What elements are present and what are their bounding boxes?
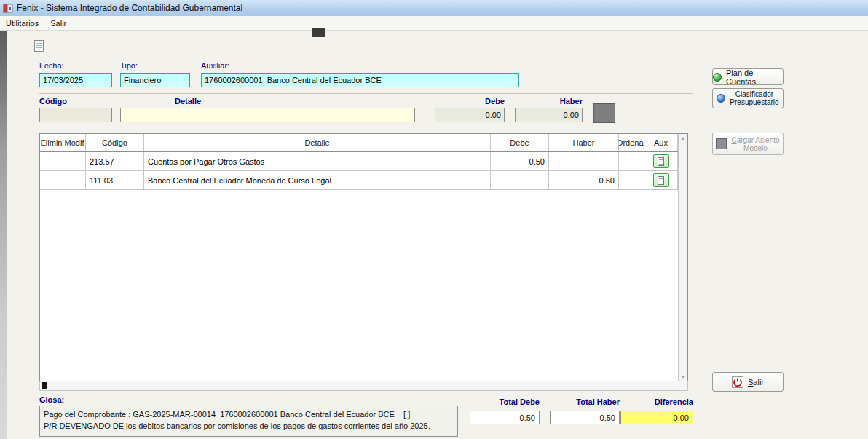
model-entry-icon [716, 138, 727, 149]
cell-debe [491, 171, 549, 189]
titlebar: Fenix - Sistema Integrado de Contabilida… [0, 0, 868, 16]
glosa-label: Glosa: [39, 395, 64, 404]
blue-sphere-icon [717, 94, 725, 103]
cell-codigo: 111.03 [86, 171, 144, 189]
cell-aux [644, 152, 678, 170]
glosa-line-2: P/R DEVENGADO DE los debitos bancarios p… [44, 420, 454, 432]
cargar-asiento-modelo-button[interactable]: Cargar Asiento Modelo [712, 133, 784, 155]
col-header-ordenar: Ordenar [619, 134, 644, 151]
glosa-line-1: Pago del Comprobante : GAS-2025-MAR-0001… [44, 408, 454, 420]
cell-elimin[interactable] [40, 171, 63, 189]
window-title: Fenix - Sistema Integrado de Contabilida… [17, 3, 242, 13]
table-vertical-scrollbar[interactable]: ▲ ▼ [678, 134, 687, 381]
table-horizontal-scrollbar[interactable] [39, 381, 688, 391]
detalle-label: Detalle [175, 97, 201, 106]
new-document-button[interactable] [31, 38, 47, 54]
document-icon [658, 176, 664, 185]
auxiliar-label: Auxiliar: [201, 61, 229, 70]
cell-ordenar[interactable] [619, 171, 644, 189]
haber-label: Haber [515, 97, 583, 106]
plan-de-cuentas-button[interactable]: Plan de Cuentas [712, 68, 784, 85]
document-icon [658, 157, 664, 166]
new-document-icon [34, 40, 44, 52]
cell-elimin[interactable] [40, 152, 63, 170]
diferencia-label: Diferencia [620, 398, 693, 406]
app-icon [3, 3, 13, 13]
cargar-asiento-label: Cargar Asiento Modelo [731, 136, 779, 152]
left-edge-strip [0, 31, 7, 439]
cell-aux [644, 171, 678, 189]
cell-haber: 0.50 [549, 171, 619, 189]
debe-input[interactable] [435, 108, 505, 122]
power-icon [732, 376, 743, 388]
menu-item-utilitarios[interactable]: Utilitarios [0, 17, 44, 30]
codigo-label: Código [39, 97, 67, 106]
aux-button[interactable] [653, 173, 669, 187]
cell-detalle: Cuentas por Pagar Otros Gastos [144, 152, 491, 170]
col-header-elimin: Elimin [40, 134, 63, 151]
salir-label: Salir [748, 378, 764, 387]
cell-codigo: 213.57 [86, 152, 144, 170]
aux-button[interactable] [653, 154, 669, 168]
cell-haber [549, 152, 619, 170]
detalle-input[interactable] [120, 108, 415, 122]
clasificador-label: Clasificador Presupuestario [730, 90, 778, 106]
entries-table: Elimin Modif Código Detalle Debe Haber O… [39, 133, 688, 381]
entries-grid: Elimin Modif Código Detalle Debe Haber O… [40, 134, 678, 190]
cell-ordenar[interactable] [619, 152, 644, 170]
col-header-haber: Haber [549, 134, 619, 151]
hscrollbar-thumb[interactable] [42, 382, 47, 389]
cell-debe: 0.50 [491, 152, 549, 170]
cell-modif[interactable] [63, 171, 86, 189]
cell-modif[interactable] [63, 152, 86, 170]
debe-label: Debe [435, 97, 505, 106]
tipo-label: Tipo: [120, 61, 138, 70]
app-window: Fenix - Sistema Integrado de Contabilida… [0, 0, 868, 439]
cell-detalle: Banco Central del Ecuador Moneda de Curs… [144, 171, 491, 189]
clasificador-presupuestario-button[interactable]: Clasificador Presupuestario [712, 88, 784, 108]
table-row[interactable]: 213.57 Cuentas por Pagar Otros Gastos 0.… [40, 152, 678, 171]
menubar: Utilitarios Salir [0, 16, 868, 31]
table-row[interactable]: 111.03 Banco Central del Ecuador Moneda … [40, 171, 678, 190]
total-haber-label: Total Haber [550, 398, 620, 406]
salir-button[interactable]: Salir [712, 372, 784, 392]
haber-input[interactable] [515, 108, 583, 122]
green-sphere-icon [713, 73, 722, 82]
total-haber-field: 0.50 [550, 411, 620, 424]
col-header-debe: Debe [491, 134, 549, 151]
total-debe-field: 0.50 [470, 411, 540, 424]
codigo-input[interactable] [39, 108, 112, 122]
col-header-detalle: Detalle [144, 134, 491, 151]
col-header-aux: Aux [644, 134, 678, 151]
col-header-codigo: Código [86, 134, 144, 151]
dark-handle [312, 28, 326, 37]
menu-item-salir[interactable]: Salir [44, 17, 72, 30]
diferencia-field: 0.00 [620, 411, 693, 424]
fecha-label: Fecha: [39, 61, 64, 70]
separator-line [39, 93, 693, 94]
auxiliar-input[interactable] [201, 73, 519, 87]
glosa-textarea[interactable]: Pago del Comprobante : GAS-2025-MAR-0001… [39, 406, 458, 437]
plan-de-cuentas-label: Plan de Cuentas [726, 68, 783, 86]
tipo-input[interactable] [120, 73, 190, 87]
gray-square-button[interactable] [593, 103, 615, 123]
fecha-input[interactable] [39, 73, 112, 87]
col-header-modif: Modif [63, 134, 86, 151]
scroll-up-icon[interactable]: ▲ [681, 135, 686, 141]
scroll-down-icon[interactable]: ▼ [681, 374, 686, 379]
table-header-row: Elimin Modif Código Detalle Debe Haber O… [40, 134, 678, 152]
total-debe-label: Total Debe [470, 398, 540, 406]
